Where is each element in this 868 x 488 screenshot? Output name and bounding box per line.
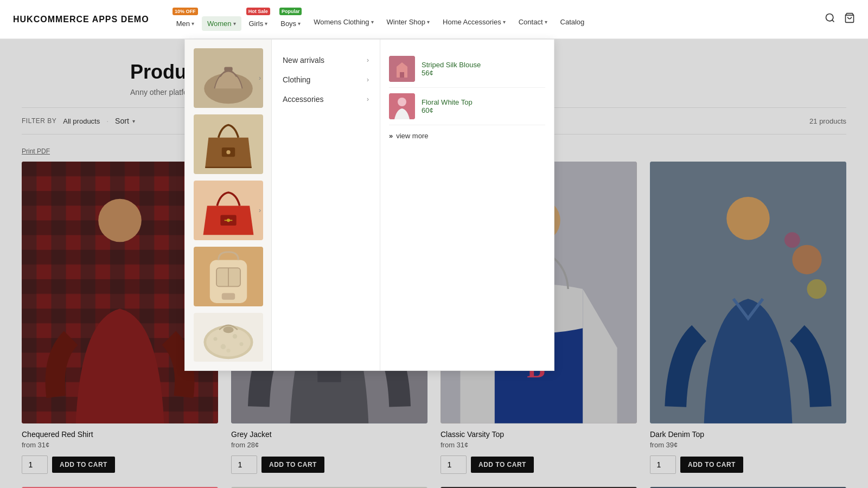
- men-chevron-icon: ▾: [192, 21, 194, 27]
- product-actions-1: ADD TO CART: [231, 455, 427, 474]
- bags-column: › ›: [185, 40, 272, 370]
- svg-point-19: [221, 344, 226, 350]
- bag-item-5[interactable]: [194, 313, 263, 362]
- qty-input-1[interactable]: [231, 455, 257, 474]
- nav-item-winter-shop: · Winter Shop ▾: [381, 9, 436, 29]
- nav-item-catalog: · Catalog: [555, 9, 590, 29]
- svg-point-43: [807, 279, 826, 299]
- product-price-0: from 31¢: [22, 441, 218, 449]
- accessories-arrow-icon: ›: [367, 95, 369, 103]
- winter-shop-chevron-icon: ▾: [427, 19, 430, 25]
- bag-item-2[interactable]: [194, 114, 263, 174]
- svg-point-18: [213, 337, 217, 341]
- nav-item-boys: Popular Boys ▾: [275, 8, 306, 31]
- nav-link-girls[interactable]: Girls ▾: [244, 16, 273, 31]
- nav-item-women: · Women ▾: [202, 8, 241, 31]
- site-header: HUKCOMMERCE APPS DEMO 10% OFF Men ▾ · Wo…: [0, 0, 868, 39]
- product-card-3: Dark Denim Top from 39¢ ADD TO CART: [650, 162, 846, 474]
- product-count: 21 products: [809, 117, 846, 125]
- product-actions-2: ADD TO CART: [441, 455, 637, 474]
- girls-chevron-icon: ▾: [265, 21, 267, 27]
- svg-point-22: [226, 349, 230, 352]
- view-more-link[interactable]: » view more: [389, 125, 545, 146]
- add-to-cart-btn-1[interactable]: ADD TO CART: [261, 457, 324, 473]
- nav-link-home-accessories[interactable]: Home Accessories ▾: [437, 15, 511, 29]
- menu-item-new-arrivals[interactable]: New arrivals ›: [272, 50, 380, 70]
- new-arrivals-arrow-icon: ›: [367, 56, 369, 64]
- submenu-product-1[interactable]: Floral White Top 60¢: [389, 88, 545, 125]
- menu-item-clothing[interactable]: Clothing ›: [272, 70, 380, 89]
- svg-point-32: [98, 199, 142, 242]
- submenu-product-price-1: 60¢: [422, 106, 545, 114]
- qty-input-2[interactable]: [441, 455, 467, 474]
- nav-link-catalog[interactable]: Catalog: [555, 15, 590, 29]
- bag-arrow-3: ›: [259, 207, 261, 214]
- girls-badge: Hot Sale: [246, 8, 270, 16]
- nav-link-womens-clothing[interactable]: Womens Clothing ▾: [308, 15, 379, 29]
- nav-item-girls: Hot Sale Girls ▾: [244, 8, 273, 31]
- hero-subtitle-prefix: An: [130, 88, 139, 97]
- svg-line-1: [832, 20, 834, 22]
- product-price-1: from 28¢: [231, 441, 427, 449]
- submenu-thumb-0: [389, 56, 415, 82]
- nav-link-men[interactable]: Men ▾: [171, 16, 200, 31]
- svg-point-41: [726, 197, 770, 240]
- qty-input-3[interactable]: [650, 455, 676, 474]
- svg-point-0: [826, 14, 833, 21]
- bag-item-3[interactable]: ›: [194, 181, 263, 240]
- hero-title-prefix: P: [130, 61, 143, 83]
- product-image-3[interactable]: [650, 162, 846, 423]
- svg-point-17: [223, 326, 233, 333]
- women-dropdown: › ›: [184, 39, 554, 371]
- nav-link-contact[interactable]: Contact ▾: [513, 15, 553, 29]
- submenu-info-0: Striped Silk Blouse 56¢: [422, 61, 545, 77]
- submenu-product-price-0: 56¢: [422, 69, 545, 77]
- nav-link-winter-shop[interactable]: Winter Shop ▾: [381, 15, 436, 29]
- nav-item-womens-clothing: · Womens Clothing ▾: [308, 9, 379, 29]
- women-chevron-icon: ▾: [233, 21, 236, 27]
- search-icon[interactable]: [825, 12, 835, 26]
- filter-value[interactable]: All products: [63, 117, 100, 125]
- filter-by-label: FILTER BY: [22, 117, 56, 125]
- add-to-cart-btn-0[interactable]: ADD TO CART: [52, 457, 115, 473]
- submenu-product-name-1: Floral White Top: [422, 98, 545, 106]
- site-logo[interactable]: HUKCOMMERCE APPS DEMO: [13, 15, 149, 24]
- bag-item-1[interactable]: ›: [194, 48, 263, 108]
- qty-input-0[interactable]: [22, 455, 48, 474]
- product-name-2: Classic Varsity Top: [441, 430, 637, 439]
- home-accessories-chevron-icon: ▾: [503, 19, 506, 25]
- product-price-3: from 39¢: [650, 441, 846, 449]
- add-to-cart-btn-3[interactable]: ADD TO CART: [680, 457, 743, 473]
- bag-item-4[interactable]: [194, 247, 263, 306]
- svg-point-7: [226, 150, 230, 154]
- svg-rect-4: [224, 67, 232, 72]
- product-actions-0: ADD TO CART: [22, 455, 218, 474]
- clothing-arrow-icon: ›: [367, 76, 369, 84]
- svg-point-10: [227, 219, 230, 222]
- nav-link-women[interactable]: Women ▾: [202, 16, 241, 31]
- nav-link-boys[interactable]: Boys ▾: [275, 16, 306, 31]
- nav-item-contact: · Contact ▾: [513, 9, 553, 29]
- menu-item-accessories[interactable]: Accessories ›: [272, 89, 380, 109]
- dropdown-menu-column: New arrivals › Clothing › Accessories ›: [272, 40, 380, 370]
- product-name-0: Chequered Red Shirt: [22, 430, 218, 439]
- boys-chevron-icon: ▾: [298, 21, 301, 27]
- submenu-product-0[interactable]: Striped Silk Blouse 56¢: [389, 50, 545, 88]
- svg-point-26: [398, 98, 406, 106]
- sort-chevron-icon: ▾: [132, 118, 135, 124]
- svg-point-20: [233, 334, 237, 338]
- product-name-3: Dark Denim Top: [650, 430, 846, 439]
- svg-rect-24: [400, 72, 404, 78]
- cart-icon[interactable]: [844, 12, 855, 26]
- product-actions-3: ADD TO CART: [650, 455, 846, 474]
- dropdown-submenu-column: Striped Silk Blouse 56¢ Floral White Top…: [380, 40, 554, 370]
- filter-sort[interactable]: Sort ▾: [115, 117, 135, 125]
- product-price-2: from 31¢: [441, 441, 637, 449]
- nav-item-men: 10% OFF Men ▾: [171, 8, 200, 31]
- add-to-cart-btn-2[interactable]: ADD TO CART: [471, 457, 534, 473]
- submenu-product-name-0: Striped Silk Blouse: [422, 61, 545, 69]
- submenu-thumb-1: [389, 93, 415, 119]
- svg-rect-14: [222, 293, 235, 300]
- nav-item-home-accessories: · Home Accessories ▾: [437, 9, 511, 29]
- womens-clothing-chevron-icon: ▾: [371, 19, 374, 25]
